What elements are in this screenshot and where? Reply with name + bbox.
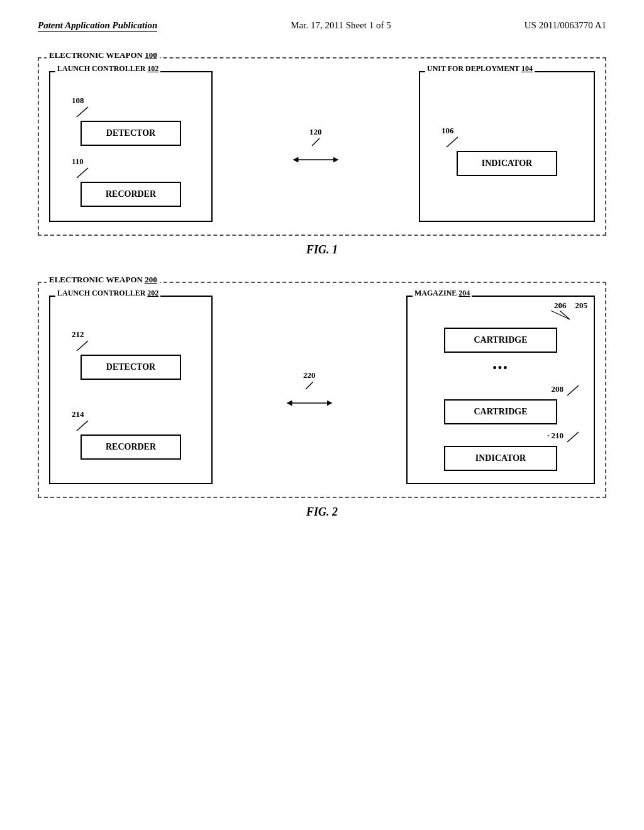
main-content: ELECTRONIC WEAPON 100 LAUNCH CONTROLLER … (0, 32, 644, 519)
fig1-detector-box: DETECTOR (80, 121, 181, 146)
fig2-outer-dashed-box: ELECTRONIC WEAPON 200 LAUNCH CONTROLLER … (38, 282, 606, 498)
fig2-middle-area: 220 (213, 296, 406, 484)
fig2-outer-label: ELECTRONIC WEAPON 200 (47, 275, 160, 285)
fig1-indicator-ref: 106 (441, 126, 462, 150)
svg-line-4 (447, 137, 458, 147)
fig2-launch-label: LAUNCH CONTROLLER 202 (55, 289, 160, 298)
svg-line-0 (77, 107, 88, 117)
fig1-arrow-svg (291, 153, 341, 166)
date-sheet: Mar. 17, 2011 Sheet 1 of 5 (291, 20, 391, 31)
svg-line-5 (77, 341, 88, 351)
fig2-cartridge2-ref: 208 (552, 384, 564, 394)
figure-2-container: ELECTRONIC WEAPON 200 LAUNCH CONTROLLER … (38, 282, 606, 519)
fig2-recorder-group: 214 RECORDER (59, 409, 203, 460)
svg-line-6 (77, 421, 88, 431)
patent-number: US 2011/0063770 A1 (525, 20, 606, 31)
fig2-detector-box: DETECTOR (80, 355, 181, 380)
fig2-indicator-box: INDICATOR (444, 446, 557, 471)
fig2-cartridge1-box: CARTRIDGE (444, 328, 557, 353)
fig1-indicator-group: 106 INDICATOR (429, 126, 585, 176)
fig1-outer-label: ELECTRONIC WEAPON 100 (47, 50, 160, 60)
fig2-cartridge2-group: 208 CARTRIDGE (416, 384, 585, 424)
fig1-recorder-ref: 110 (72, 157, 92, 180)
svg-line-12 (567, 432, 579, 442)
fig2-cartridge1-group: CARTRIDGE (416, 328, 585, 353)
fig2-magazine-box: MAGAZINE 204 206 205 (406, 296, 595, 484)
fig1-launch-controller-box: LAUNCH CONTROLLER 102 108 DETECTOR (49, 71, 213, 222)
fig1-recorder-group: 110 RECORDER (59, 157, 203, 207)
fig2-cartridge1-arrows (545, 308, 576, 324)
svg-line-7 (306, 382, 313, 389)
fig2-inner-row: LAUNCH CONTROLLER 202 212 DETECTOR (49, 296, 595, 484)
fig2-indicator-group: · 210 INDICATOR (416, 431, 585, 471)
fig2-recorder-box: RECORDER (80, 434, 181, 460)
fig1-indicator-box: INDICATOR (457, 151, 557, 176)
svg-line-11 (567, 385, 579, 396)
fig2-dots: ••• (493, 362, 509, 375)
page-header: Patent Application Publication Mar. 17, … (0, 0, 644, 32)
fig1-launch-label: LAUNCH CONTROLLER 102 (55, 64, 160, 74)
svg-line-2 (312, 138, 319, 146)
fig2-arrow-svg (284, 397, 335, 409)
figure-1-container: ELECTRONIC WEAPON 100 LAUNCH CONTROLLER … (38, 57, 606, 257)
fig2-arrow-ref: 220 (303, 370, 316, 394)
fig1-middle-area: 120 (213, 71, 419, 222)
fig1-recorder-box: RECORDER (80, 182, 181, 207)
fig2-launch-controller-box: LAUNCH CONTROLLER 202 212 DETECTOR (49, 296, 213, 484)
fig1-caption: FIG. 1 (38, 243, 606, 257)
fig1-unit-label: UNIT FOR DEPLOYMENT 104 (425, 64, 535, 74)
fig1-inner-row: LAUNCH CONTROLLER 102 108 DETECTOR (49, 71, 595, 222)
svg-line-1 (77, 168, 88, 178)
fig1-outer-dashed-box: ELECTRONIC WEAPON 100 LAUNCH CONTROLLER … (38, 57, 606, 236)
fig1-arrow-ref: 120 (309, 127, 322, 151)
fig2-detector-group: 212 DETECTOR (59, 329, 203, 380)
fig2-caption: FIG. 2 (38, 506, 606, 519)
publication-label: Patent Application Publication (38, 20, 157, 32)
fig1-unit-box: UNIT FOR DEPLOYMENT 104 106 INDICATOR (419, 71, 595, 222)
fig2-cartridge2-box: CARTRIDGE (444, 399, 557, 424)
fig1-detector-group: 108 DETECTOR (59, 96, 203, 146)
fig1-detector-ref: 108 (72, 96, 92, 119)
fig2-magazine-label: MAGAZINE 204 (413, 289, 472, 298)
fig2-recorder-ref: 214 (72, 409, 92, 433)
svg-line-9 (551, 311, 570, 319)
fig2-detector-ref: 212 (72, 329, 92, 353)
fig2-indicator-ref: · 210 (547, 431, 564, 441)
